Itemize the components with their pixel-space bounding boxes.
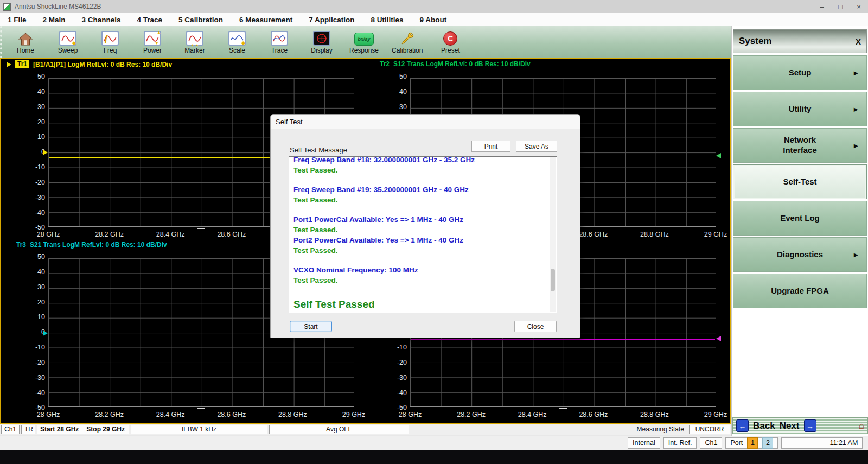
application-window: Anritsu ShockLine MS46122B – □ × 1 File2… — [0, 0, 868, 464]
sidebar-button[interactable]: Diagnostics ► — [733, 237, 867, 272]
sidebar-button[interactable]: Event Log ► — [733, 201, 867, 236]
home-icon — [18, 28, 33, 46]
x-axis-tick: 28 GHz — [393, 411, 427, 418]
reference-indicator: Int. Ref. — [663, 437, 697, 449]
y-axis-tick: 30 — [37, 284, 45, 291]
averaging-indicator: Avg OFF — [269, 425, 409, 434]
sidebar-button[interactable]: Setup ► — [733, 55, 867, 90]
menu-item[interactable]: 1 File — [8, 16, 27, 24]
y-axis-tick: -20 — [35, 179, 45, 186]
sidebar-button[interactable]: Self-Test ► — [733, 164, 867, 199]
freq-button[interactable]: f Freq — [95, 28, 125, 54]
x-axis-tick: 28.2 GHz — [93, 231, 126, 238]
menu-item[interactable]: 2 Main — [43, 16, 66, 24]
menu-item[interactable]: 3 Channels — [82, 16, 121, 24]
scrollbar-thumb[interactable] — [551, 269, 555, 291]
print-button[interactable]: Print — [471, 141, 510, 152]
y-axis-tick: -10 — [35, 344, 45, 351]
tr2-id: Tr2 — [380, 60, 390, 68]
y-axis-tick: 20 — [37, 299, 45, 306]
sidebar-button[interactable]: Network Interface ► — [733, 128, 867, 163]
sweep-button[interactable]: ◆ Sweep — [53, 28, 82, 54]
x-axis-tick: 28.6 GHz — [577, 231, 610, 238]
ref-level-marker-tr3 — [43, 330, 48, 336]
y-axis-tick: -20 — [397, 359, 407, 366]
close-icon[interactable]: × — [850, 0, 868, 13]
x-axis-tick: 28.8 GHz — [637, 411, 671, 418]
log-line: Freq Sweep Band #18: 32.000000001 GHz - … — [293, 156, 552, 165]
maximize-icon[interactable]: □ — [831, 0, 850, 13]
y-axis-tick: 10 — [37, 134, 45, 141]
ifbw-indicator: IFBW 1 kHz — [131, 425, 267, 434]
menu-navigation-bar: ← Back Next → ⌂ — [732, 417, 868, 434]
channel-status-bar: Ch1 TR Start 28 GHz Stop 29 GHz IFBW 1 k… — [0, 424, 731, 435]
menu-item[interactable]: 8 Utilities — [371, 16, 403, 24]
menu-item[interactable]: 5 Calibration — [178, 16, 223, 24]
close-button[interactable]: Close — [514, 321, 557, 332]
log-line: Port2 PowerCal Available: Yes => 1 MHz -… — [293, 235, 552, 245]
toolbar: Home ◆ Sweep f Freq ▲▼ Power — [0, 26, 731, 58]
menu-home-icon[interactable]: ⌂ — [859, 421, 864, 430]
y-axis-tick: -40 — [397, 390, 407, 397]
y-axis-tick: -10 — [35, 164, 45, 171]
sidebar-button-label: Network Interface — [783, 135, 817, 156]
trace-label-tr3[interactable]: Tr3 S21 Trans LogM RefLvl: 0 dB Res: 10 … — [16, 241, 167, 249]
log-scrollbar[interactable] — [550, 157, 556, 312]
y-axis-tick: 20 — [37, 119, 45, 126]
clock: 11:21 AM — [781, 437, 863, 449]
sweep-indicator — [197, 228, 205, 229]
sidebar-button-label: Diagnostics — [777, 250, 823, 260]
trace-button[interactable]: Trace — [265, 28, 294, 54]
next-arrow-icon[interactable]: → — [804, 419, 816, 432]
sweep-indicator — [559, 408, 567, 409]
source-indicator: Internal — [628, 437, 660, 449]
anritsu-logo-icon — [3, 3, 11, 11]
x-axis-tick: 28.6 GHz — [577, 411, 610, 418]
tr3-settings: S21 Trans LogM RefLvl: 0 dB Res: 10 dB/D… — [30, 241, 167, 249]
sidebar-button[interactable]: Upgrade FPGA ► — [733, 274, 867, 308]
sidebar-button[interactable]: Utility ► — [733, 92, 867, 126]
log-line: VCXO Nominal Frequency: 100 MHz — [293, 265, 552, 275]
menu-item[interactable]: 6 Measurement — [239, 16, 292, 24]
response-icon: bx/ay — [354, 28, 374, 46]
y-axis-tick: 30 — [399, 104, 407, 111]
calibration-button[interactable]: Calibration — [392, 28, 423, 54]
next-button[interactable]: Next — [780, 421, 800, 431]
x-axis-tick: 28.8 GHz — [637, 231, 671, 238]
back-button[interactable]: Back — [753, 421, 775, 431]
menu-item[interactable]: 7 Application — [309, 16, 354, 24]
measuring-state: Measuring State — [411, 425, 687, 434]
display-button[interactable]: Display — [307, 28, 336, 54]
panel-close-icon[interactable]: X — [856, 37, 861, 46]
save-as-button[interactable]: Save As — [516, 141, 557, 152]
submenu-arrow-icon: ► — [852, 142, 859, 150]
marker-button[interactable]: ▲▲ Marker — [180, 28, 209, 54]
preset-button[interactable]: C Preset — [436, 28, 465, 54]
tr1-badge: Tr1 — [15, 60, 29, 68]
menu-item[interactable]: 4 Trace — [137, 16, 163, 24]
correction-state: UNCORR — [689, 425, 730, 434]
y-axis-tick: 50 — [37, 73, 45, 80]
back-arrow-icon[interactable]: ← — [736, 419, 749, 432]
x-axis-tick: 28.4 GHz — [154, 411, 187, 418]
y-axis-tick: -20 — [35, 359, 45, 366]
x-axis-tick: 28.2 GHz — [455, 411, 488, 418]
active-channel-indicator: Ch1 — [700, 437, 722, 449]
x-axis-tick: 28.4 GHz — [515, 411, 549, 418]
sidebar-button-label: Self-Test — [783, 177, 816, 187]
power-button[interactable]: ▲▼ Power — [138, 28, 167, 54]
self-test-log[interactable]: Freq Sweep Band #18: 32.000000001 GHz - … — [289, 156, 557, 313]
x-axis-tick: 29 GHz — [337, 411, 371, 418]
port2-badge: 2 — [762, 437, 773, 449]
log-line: Test Passed. — [293, 165, 552, 175]
response-button[interactable]: bx/ay Response — [349, 28, 379, 54]
menu-item[interactable]: 9 About — [419, 16, 446, 24]
home-button[interactable]: Home — [11, 28, 40, 54]
scale-button[interactable]: ◆ Scale — [222, 28, 252, 54]
dialog-title-bar[interactable]: Self Test — [271, 115, 580, 129]
self-test-dialog: Self Test Self Test Message Print Save A… — [270, 114, 580, 338]
minimize-icon[interactable]: – — [813, 0, 831, 13]
start-button[interactable]: Start — [290, 321, 332, 332]
trace-label-tr2[interactable]: Tr2 S12 Trans LogM RefLvl: 0 dB Res: 10 … — [380, 60, 531, 68]
trace-label-tr1[interactable]: Tr1 [B1/A1|P1] LogM RefLvl: 0 dB Res: 10… — [7, 60, 172, 68]
